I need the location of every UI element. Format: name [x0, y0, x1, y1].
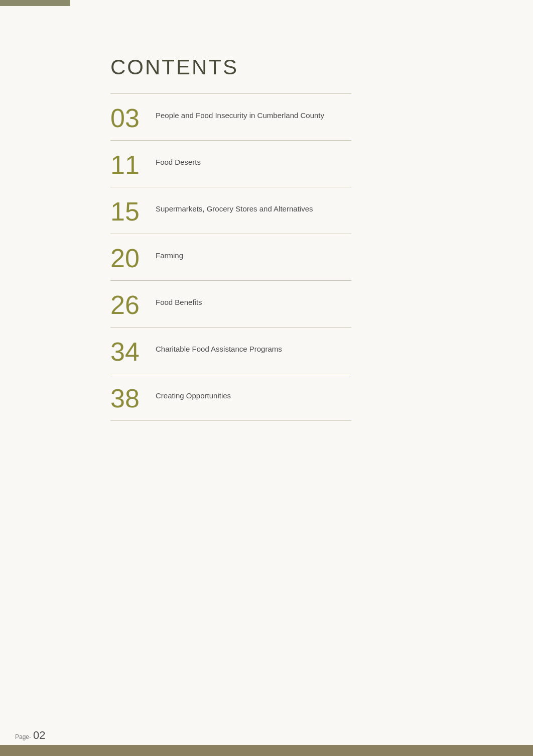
toc-item[interactable]: 15Supermarkets, Grocery Stores and Alter… [110, 187, 351, 234]
toc-item[interactable]: 20Farming [110, 234, 351, 281]
toc-item[interactable]: 38Creating Opportunities [110, 374, 351, 421]
toc-item-number: 03 [110, 105, 156, 131]
toc-item[interactable]: 34Charitable Food Assistance Programs [110, 328, 351, 374]
contents-title: CONTENTS [110, 55, 533, 79]
toc-item-label: Creating Opportunities [156, 385, 231, 401]
toc-item[interactable]: 11Food Deserts [110, 141, 351, 187]
page-footer: Page- 02 [15, 729, 46, 742]
toc-item-label: Charitable Food Assistance Programs [156, 339, 282, 354]
toc-item[interactable]: 03People and Food Insecurity in Cumberla… [110, 94, 351, 141]
toc-item[interactable]: 26Food Benefits [110, 281, 351, 328]
toc-item-number: 20 [110, 245, 156, 271]
toc-item-number: 34 [110, 339, 156, 365]
toc-list: 03People and Food Insecurity in Cumberla… [110, 94, 533, 421]
toc-item-label: Supermarkets, Grocery Stores and Alterna… [156, 198, 313, 214]
page-label: Page- [15, 733, 31, 740]
top-accent-bar [0, 0, 70, 6]
toc-item-label: Food Deserts [156, 152, 201, 167]
bottom-bar [0, 745, 533, 756]
toc-item-label: Food Benefits [156, 292, 202, 307]
toc-item-number: 38 [110, 385, 156, 411]
toc-item-number: 11 [110, 152, 156, 178]
toc-item-number: 26 [110, 292, 156, 318]
toc-item-label: People and Food Insecurity in Cumberland… [156, 105, 324, 121]
main-content: CONTENTS 03People and Food Insecurity in… [0, 0, 533, 451]
page-number: 02 [33, 729, 45, 742]
toc-item-label: Farming [156, 245, 183, 261]
toc-item-number: 15 [110, 198, 156, 225]
